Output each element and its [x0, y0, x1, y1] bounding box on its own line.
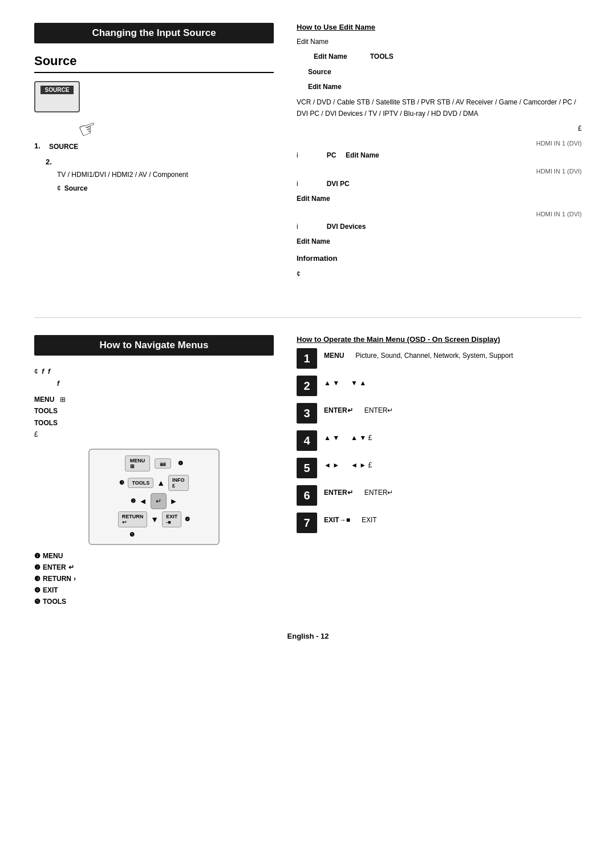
- step-key-2: ▲ ▼: [324, 379, 339, 387]
- source-button-label: SOURCE: [40, 86, 74, 94]
- step-content-7: EXIT→■ EXIT: [324, 513, 377, 525]
- step-number-5: 5: [297, 458, 317, 478]
- ann-item-2: ❷ ENTER ↵: [34, 563, 274, 571]
- menu-btn[interactable]: MENU⊞: [125, 455, 151, 471]
- ann-dot-4: ❹: [185, 516, 190, 522]
- hdmi-label-1: HDMI IN 1 (DVI): [297, 138, 582, 149]
- tools-btn[interactable]: TOOLS: [128, 478, 153, 488]
- camera-btn[interactable]: 📷: [155, 458, 171, 469]
- ann-item-3: ❸ RETURN ›: [34, 575, 274, 583]
- dvi-devices-section: HDMI IN 1 (DVI) i DVI Devices Edit Name: [297, 209, 582, 247]
- ann-5-dot: ❺: [34, 598, 40, 606]
- section-divider: [34, 317, 582, 318]
- step-number-6: 6: [297, 485, 317, 506]
- osd-step-7: 7 EXIT→■ EXIT: [297, 513, 582, 533]
- ann-1-dot: ❶: [34, 552, 40, 560]
- edit-name-after-dvi: Edit Name: [297, 193, 582, 204]
- step-key-4: ▲ ▼: [324, 434, 339, 442]
- left-column: Changing the Input Source Source SOURCE …: [34, 23, 274, 283]
- step-desc-5: ◄ ► £: [351, 461, 372, 469]
- step-desc-6: ENTER↵: [364, 489, 394, 497]
- osd-section: How to Operate the Main Menu (OSD - On S…: [297, 335, 582, 608]
- page-footer: English - 12: [34, 632, 582, 640]
- info-btn[interactable]: INFO£: [168, 475, 189, 491]
- hdmi-label-3: HDMI IN 1 (DVI): [297, 209, 582, 220]
- remote-row-1: MENU⊞ 📷 ❶: [95, 455, 213, 471]
- osd-step-5: 5 ◄ ► ◄ ► £: [297, 458, 582, 478]
- ann-dot-3: ❸: [119, 479, 124, 486]
- step-number-3: 3: [297, 403, 317, 424]
- ann-dot-5-area: ❺: [129, 530, 213, 538]
- step-key-1: MENU: [324, 352, 344, 360]
- osd-step-1: 1 MENU Picture, Sound, Channel, Network,…: [297, 348, 582, 369]
- ann-dot-5: ❺: [129, 531, 135, 538]
- down-arrow-btn[interactable]: ▼: [151, 515, 159, 524]
- source-steps-list: 1. SOURCE 2. TV / HDMI1/DVI / HDMI2 / AV…: [34, 142, 274, 193]
- ann-dot-2: ❷: [131, 498, 136, 504]
- ann-2-dot: ❷: [34, 563, 40, 571]
- dvi-pc-line: i DVI PC: [297, 178, 582, 189]
- step-content-1: MENU Picture, Sound, Channel, Network, S…: [324, 348, 513, 361]
- step-key-3: ENTER↵: [324, 406, 353, 414]
- pc-section: HDMI IN 1 (DVI) i PC Edit Name: [297, 138, 582, 162]
- dvi-devices-line: i DVI Devices: [297, 221, 582, 232]
- ann-4-dot: ❹: [34, 586, 40, 594]
- right-content-area: Edit Name Edit Name TOOLS Source Edit Na…: [297, 36, 582, 280]
- step-content-3: ENTER↵ ENTER↵: [324, 403, 393, 416]
- step-content-2: ▲ ▼ ▼ ▲: [324, 376, 366, 388]
- step-desc-2: ▼ ▲: [351, 379, 366, 387]
- navigate-intro-text: ¢ f f f MENU ⊞ TOOLS TOOLS £: [34, 366, 274, 440]
- top-section: Changing the Input Source Source SOURCE …: [34, 23, 582, 283]
- navigate-menus-banner: How to Navigate Menus: [34, 335, 274, 356]
- hand-pointer-icon: ☞: [75, 115, 100, 143]
- page-content: Changing the Input Source Source SOURCE …: [34, 23, 582, 640]
- edit-name-line2: Edit Name TOOLS: [297, 51, 582, 62]
- step-content-6: ENTER↵ ENTER↵: [324, 485, 393, 498]
- step-key-7: EXIT→■: [324, 516, 350, 524]
- step-desc-4: ▲ ▼ £: [351, 434, 372, 442]
- pc-line: i PC Edit Name: [297, 150, 582, 161]
- source-image-area: SOURCE ☞: [34, 81, 274, 132]
- osd-step-2: 2 ▲ ▼ ▼ ▲: [297, 376, 582, 396]
- ann-item-5: ❺ TOOLS: [34, 598, 274, 606]
- info-symbol: ¢: [297, 268, 582, 280]
- remote-annotations-list: ❶ MENU ❷ ENTER ↵ ❸ RETURN › ❹: [34, 552, 274, 606]
- right-arrow-btn[interactable]: ►: [170, 497, 178, 506]
- remote-row-2: ❸ TOOLS ▲ INFO£: [95, 475, 213, 491]
- edit-name-line4: Edit Name: [308, 81, 582, 92]
- source-line: Source: [308, 66, 582, 78]
- up-arrow-btn[interactable]: ▲: [157, 478, 165, 487]
- edit-name-line1: Edit Name: [297, 36, 582, 47]
- device-list: VCR / DVD / Cable STB / Satellite STB / …: [297, 96, 582, 120]
- step-desc-1: Picture, Sound, Channel, Network, System…: [355, 352, 513, 360]
- osd-steps-list: 1 MENU Picture, Sound, Channel, Network,…: [297, 348, 582, 533]
- source-title: Source: [34, 54, 274, 73]
- ann-3-dot: ❸: [34, 575, 40, 583]
- how-to-edit-name-title: How to Use Edit Name: [297, 23, 582, 31]
- step-number-4: 4: [297, 430, 317, 451]
- step-desc-3: ENTER↵: [364, 406, 394, 414]
- dvi-pc-section: HDMI IN 1 (DVI) i DVI PC Edit Name: [297, 166, 582, 204]
- hdmi-label-2: HDMI IN 1 (DVI): [297, 166, 582, 177]
- osd-step-3: 3 ENTER↵ ENTER↵: [297, 403, 582, 424]
- information-label: Information: [297, 252, 582, 265]
- remote-row-3: ❷ ◄ ↵ ►: [95, 493, 213, 509]
- symbol1: £: [297, 123, 582, 134]
- ann-item-4: ❹ EXIT: [34, 586, 274, 594]
- remote-control-diagram: MENU⊞ 📷 ❶ ❸ TOOLS ▲ INFO£ ❷ ◄ ↵: [88, 449, 220, 545]
- source-step-2: 2. TV / HDMI1/DVI / HDMI2 / AV / Compone…: [46, 158, 274, 193]
- step-number-1: 1: [297, 348, 317, 369]
- bottom-section: How to Navigate Menus ¢ f f f MENU ⊞ TOO…: [34, 335, 582, 608]
- return-btn[interactable]: RETURN↩: [118, 511, 148, 527]
- edit-name-after-devices: Edit Name: [297, 236, 582, 247]
- enter-btn-remote[interactable]: ↵: [151, 493, 167, 509]
- step2-desc: TV / HDMI1/DVI / HDMI2 / AV / Component: [57, 170, 274, 180]
- exit-btn[interactable]: EXIT-■: [162, 511, 181, 527]
- navigate-menus-section: How to Navigate Menus ¢ f f f MENU ⊞ TOO…: [34, 335, 274, 608]
- step-key-6: ENTER↵: [324, 489, 353, 497]
- remote-row-4: RETURN↩ ▼ EXIT-■ ❹: [95, 511, 213, 527]
- step-content-4: ▲ ▼ ▲ ▼ £: [324, 430, 372, 443]
- ann-dot-1: ❶: [178, 460, 183, 466]
- left-arrow-btn[interactable]: ◄: [139, 497, 147, 506]
- changing-input-source-banner: Changing the Input Source: [34, 23, 274, 43]
